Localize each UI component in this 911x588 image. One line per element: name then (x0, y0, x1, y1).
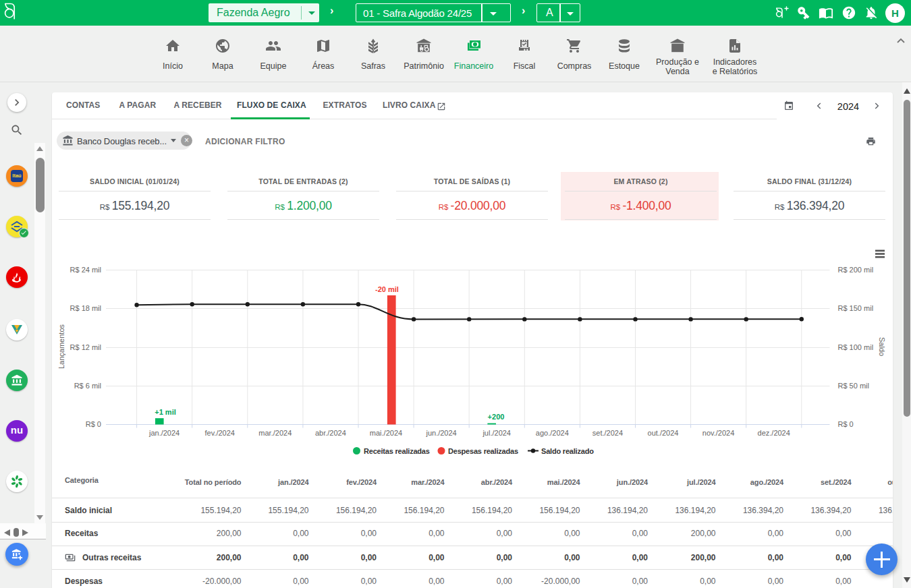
svg-text:R$ 6 mil: R$ 6 mil (74, 382, 101, 390)
svg-text:mai./2024: mai./2024 (370, 429, 402, 437)
svg-text:nov./2024: nov./2024 (702, 429, 735, 437)
svg-text:R$ 12 mil: R$ 12 mil (70, 343, 101, 351)
svg-text:mar./2024: mar./2024 (258, 429, 292, 437)
svg-text:R$ 18 mil: R$ 18 mil (70, 304, 101, 312)
svg-text:+1 mil: +1 mil (155, 408, 176, 416)
svg-text:R$ 100 mil: R$ 100 mil (838, 343, 874, 351)
svg-text:Despesas realizadas: Despesas realizadas (448, 447, 518, 455)
svg-text:jan./2024: jan./2024 (148, 429, 180, 437)
svg-text:dez./2024: dez./2024 (758, 429, 790, 437)
svg-text:jul./2024: jul./2024 (482, 429, 511, 437)
svg-text:fev./2024: fev./2024 (204, 429, 234, 437)
svg-text:R$ 0: R$ 0 (86, 420, 101, 428)
svg-text:R$ 200 mil: R$ 200 mil (838, 266, 874, 274)
svg-text:Receitas realizadas: Receitas realizadas (364, 447, 430, 455)
svg-text:jun./2024: jun./2024 (425, 429, 456, 437)
svg-text:Saldo: Saldo (878, 337, 886, 356)
svg-text:+200: +200 (488, 413, 505, 421)
svg-text:ago./2024: ago./2024 (536, 429, 569, 437)
svg-text:-20 mil: -20 mil (375, 285, 399, 293)
svg-text:out./2024: out./2024 (648, 429, 679, 437)
svg-text:R$ 150 mil: R$ 150 mil (838, 304, 874, 312)
svg-text:R$ 24 mil: R$ 24 mil (70, 266, 101, 274)
svg-text:R$ 0: R$ 0 (838, 420, 854, 428)
svg-text:Saldo realizado: Saldo realizado (541, 447, 594, 455)
svg-text:R$ 50 mil: R$ 50 mil (838, 382, 869, 390)
svg-text:set./2024: set./2024 (592, 429, 623, 437)
svg-text:Lançamentos: Lançamentos (57, 324, 65, 369)
svg-text:abr./2024: abr./2024 (315, 429, 346, 437)
